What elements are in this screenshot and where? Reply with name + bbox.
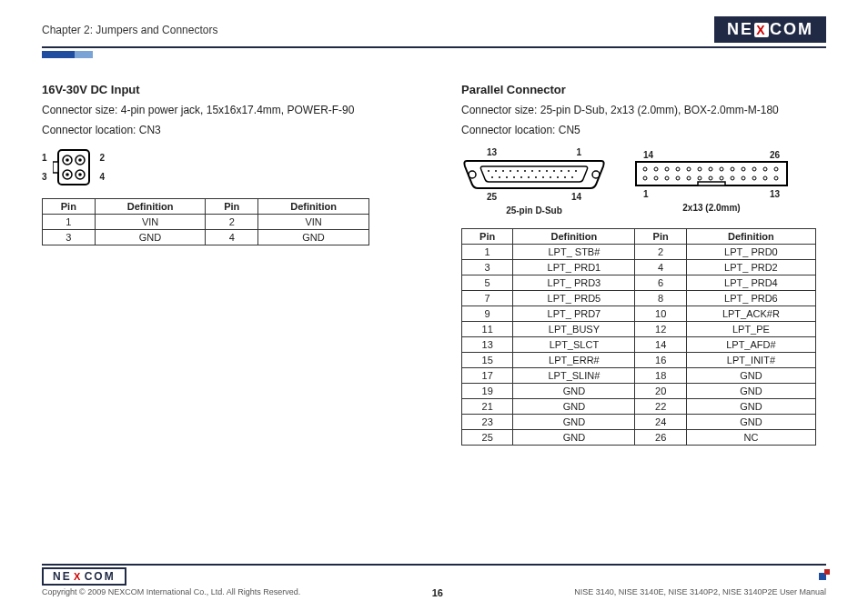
- dsub-connector-icon: [461, 157, 607, 190]
- svg-point-15: [510, 170, 511, 172]
- parallel-title: Parallel Connector: [461, 83, 826, 96]
- page-header: Chapter 2: Jumpers and Connectors NE X C…: [42, 16, 826, 48]
- svg-point-29: [520, 176, 522, 178]
- footer-logo: NE X COM: [42, 567, 126, 586]
- svg-point-22: [560, 170, 562, 172]
- svg-point-5: [66, 158, 69, 162]
- th-pin: Pin: [635, 229, 686, 245]
- parallel-pinout-table: Pin Definition Pin Definition 1LPT_ STB#…: [461, 228, 816, 446]
- svg-point-21: [553, 170, 555, 172]
- svg-point-32: [542, 176, 544, 178]
- box-header-icon: [634, 160, 789, 187]
- dc-input-location: Connector location: CN3: [42, 122, 407, 138]
- table-row: 3LPT_ PRD14LPT_ PRD2: [462, 260, 816, 275]
- svg-point-30: [528, 176, 530, 178]
- nexcom-logo: NE X COM: [714, 16, 826, 43]
- th-def: Definition: [95, 199, 206, 215]
- table-row: 15LPT_ERR#16LPT_INIT#: [462, 353, 816, 368]
- dc-input-size: Connector size: 4-pin power jack, 15x16x…: [42, 102, 407, 118]
- svg-point-13: [495, 170, 497, 172]
- page-footer: NE X COM Copyright © 2009 NEXCOM Interna…: [42, 564, 826, 598]
- table-row: 1LPT_ STB#2LPT_ PRD0: [462, 245, 816, 260]
- th-pin: Pin: [43, 199, 96, 215]
- svg-point-25: [491, 176, 493, 178]
- table-row: 13LPT_SLCT14LPT_AFD#: [462, 337, 816, 353]
- th-def: Definition: [513, 229, 635, 245]
- power-jack-icon: [53, 149, 95, 185]
- box-caption: 2x13 (2.0mm): [634, 203, 789, 213]
- svg-point-27: [506, 176, 508, 178]
- svg-point-18: [531, 170, 533, 172]
- dsub-caption: 25-pin D-Sub: [461, 205, 607, 215]
- logo-x-icon: X: [754, 23, 769, 37]
- svg-point-33: [550, 176, 551, 178]
- page-number: 16: [432, 587, 443, 598]
- chapter-title: Chapter 2: Jumpers and Connectors: [42, 24, 217, 36]
- th-def: Definition: [686, 229, 815, 245]
- footer-logo-x-icon: X: [73, 571, 84, 582]
- table-row: 25GND26NC: [462, 430, 816, 446]
- th-def: Definition: [258, 199, 369, 215]
- svg-point-12: [488, 170, 490, 172]
- table-row: 3 GND 4 GND: [43, 230, 369, 245]
- power-pin-label: 1: [42, 153, 47, 163]
- dsub-figure: 13 1 25 14 25-pin D-Sub: [461, 147, 607, 215]
- table-row: 11LPT_BUSY12LPT_PE: [462, 322, 816, 337]
- svg-point-36: [571, 176, 573, 178]
- svg-point-14: [502, 170, 504, 172]
- svg-point-20: [546, 170, 548, 172]
- logo-text-right: COM: [770, 20, 813, 39]
- svg-point-24: [575, 170, 577, 172]
- left-column: 16V-30V DC Input Connector size: 4-pin p…: [42, 83, 407, 446]
- power-jack-figure: 1 3 2 4: [42, 149, 407, 185]
- svg-point-23: [568, 170, 570, 172]
- svg-rect-9: [53, 162, 58, 173]
- table-row: 17LPT_SLIN#18GND: [462, 368, 816, 384]
- parallel-connector-figures: 13 1 25 14 25-pin D-Sub: [461, 147, 826, 215]
- svg-point-6: [78, 158, 82, 162]
- table-row: 19GND20GND: [462, 384, 816, 399]
- dc-input-table: Pin Definition Pin Definition 1 VIN 2 VI…: [42, 198, 369, 245]
- parallel-size: Connector size: 25-pin D-Sub, 2x13 (2.0m…: [461, 102, 826, 118]
- power-pin-label: 3: [42, 172, 47, 182]
- svg-point-31: [535, 176, 537, 178]
- footer-square-icon: [819, 573, 826, 580]
- table-row: 21GND22GND: [462, 399, 816, 415]
- svg-point-8: [78, 173, 82, 176]
- svg-rect-38: [698, 182, 725, 185]
- power-pin-label: 2: [100, 153, 106, 163]
- right-column: Parallel Connector Connector size: 25-pi…: [461, 83, 826, 446]
- copyright-text: Copyright © 2009 NEXCOM International Co…: [42, 587, 300, 598]
- table-row: 9LPT_ PRD710LPT_ACK#R: [462, 306, 816, 322]
- svg-point-17: [524, 170, 526, 172]
- svg-point-35: [564, 176, 566, 178]
- svg-point-19: [539, 170, 540, 172]
- svg-rect-0: [58, 150, 89, 185]
- svg-point-16: [517, 170, 519, 172]
- svg-point-26: [499, 176, 500, 178]
- table-row: 23GND24GND: [462, 415, 816, 430]
- svg-point-34: [557, 176, 559, 178]
- logo-text-left: NE: [727, 20, 753, 39]
- table-row: 5LPT_ PRD36LPT_ PRD4: [462, 275, 816, 291]
- box-header-figure: 14 26 1 13 2x13 (2.0mm): [634, 150, 789, 213]
- svg-point-7: [66, 173, 69, 176]
- header-tab-decoration: [42, 48, 115, 55]
- content-columns: 16V-30V DC Input Connector size: 4-pin p…: [42, 83, 826, 446]
- th-pin: Pin: [462, 229, 513, 245]
- th-pin: Pin: [206, 199, 258, 215]
- table-row: 7LPT_ PRD58LPT_ PRD6: [462, 291, 816, 306]
- dc-input-title: 16V-30V DC Input: [42, 83, 407, 96]
- power-pin-label: 4: [100, 172, 106, 182]
- parallel-location: Connector location: CN5: [461, 122, 826, 138]
- svg-point-28: [513, 176, 515, 178]
- doc-title: NISE 3140, NISE 3140E, NISE 3140P2, NISE…: [574, 587, 826, 598]
- table-row: 1 VIN 2 VIN: [43, 215, 369, 230]
